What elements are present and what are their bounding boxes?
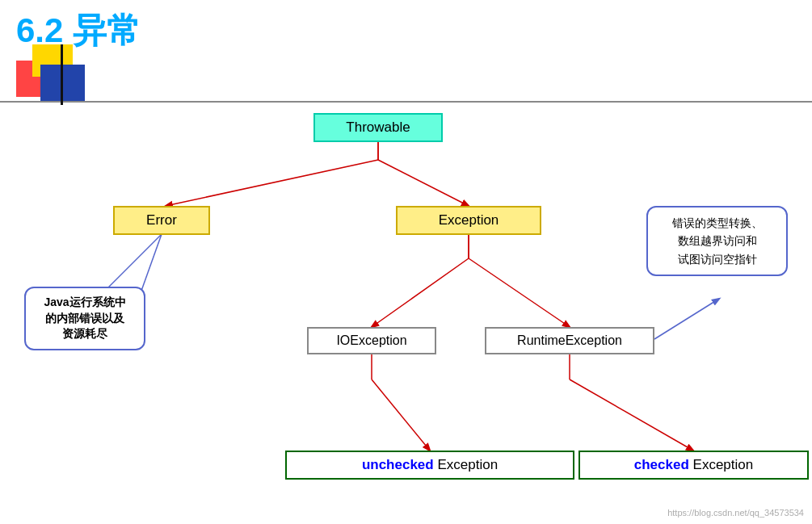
- callout-error: Java运行系统中的内部错误以及资源耗尽: [24, 287, 145, 350]
- node-exception: Exception: [396, 206, 541, 235]
- svg-line-3: [378, 160, 469, 206]
- svg-line-12: [372, 379, 430, 451]
- page-container: 6.2 异常: [0, 0, 812, 524]
- svg-line-14: [570, 379, 693, 451]
- checked-bold: checked: [634, 457, 689, 472]
- svg-line-10: [469, 258, 570, 327]
- unchecked-bold: unchecked: [362, 457, 434, 472]
- node-ioexception: IOException: [307, 327, 436, 354]
- node-error: Error: [113, 206, 210, 235]
- page-title: 6.2 异常: [16, 11, 141, 49]
- node-runtimeexception: RuntimeException: [485, 327, 654, 354]
- svg-line-15: [654, 299, 719, 339]
- node-unchecked: unchecked Exception: [285, 451, 574, 480]
- unchecked-rest: Exception: [434, 457, 498, 472]
- svg-line-4: [141, 234, 162, 291]
- node-throwable: Throwable: [313, 113, 443, 142]
- callout-runtime: 错误的类型转换、数组越界访问和试图访问空指针: [646, 206, 788, 276]
- svg-line-1: [166, 160, 378, 206]
- watermark: https://blog.csdn.net/qq_34573534: [667, 508, 804, 518]
- svg-line-8: [372, 258, 469, 327]
- horizontal-line: [0, 101, 812, 103]
- checked-rest: Exception: [689, 457, 753, 472]
- vertical-line: [61, 44, 63, 105]
- svg-line-5: [105, 234, 162, 291]
- node-checked: checked Exception: [578, 451, 809, 480]
